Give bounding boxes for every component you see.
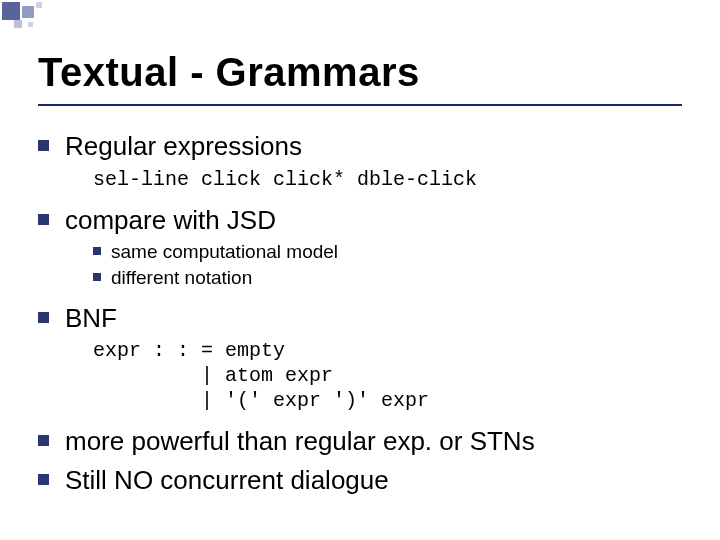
- bullet-text: BNF: [65, 302, 682, 335]
- corner-decoration: [0, 0, 100, 30]
- square-bullet-icon: [38, 312, 49, 323]
- title-rule: [38, 104, 682, 106]
- list-item: more powerful than regular exp. or STNs: [38, 425, 682, 458]
- bullet-text: compare with JSD: [65, 204, 682, 237]
- list-item: different notation: [93, 266, 682, 290]
- slide-body: Regular expressions sel-line click click…: [38, 130, 682, 502]
- square-bullet-icon: [93, 247, 101, 255]
- slide-title: Textual - Grammars: [38, 50, 682, 95]
- bullet-text: Regular expressions: [65, 130, 682, 163]
- bullet-text: more powerful than regular exp. or STNs: [65, 425, 682, 458]
- code-block: expr : : = empty | atom expr | '(' expr …: [93, 338, 682, 413]
- code-block: sel-line click click* dble-click: [93, 167, 682, 192]
- list-item: Regular expressions sel-line click click…: [38, 130, 682, 198]
- list-item: compare with JSD same computational mode…: [38, 204, 682, 296]
- square-bullet-icon: [38, 474, 49, 485]
- sub-bullet-text: same computational model: [111, 240, 338, 264]
- slide: Textual - Grammars Regular expressions s…: [0, 0, 720, 540]
- square-bullet-icon: [38, 214, 49, 225]
- list-item: BNF expr : : = empty | atom expr | '(' e…: [38, 302, 682, 420]
- square-bullet-icon: [93, 273, 101, 281]
- bullet-text: Still NO concurrent dialogue: [65, 464, 682, 497]
- list-item: same computational model: [93, 240, 682, 264]
- square-bullet-icon: [38, 140, 49, 151]
- list-item: Still NO concurrent dialogue: [38, 464, 682, 497]
- square-bullet-icon: [38, 435, 49, 446]
- sub-bullet-text: different notation: [111, 266, 252, 290]
